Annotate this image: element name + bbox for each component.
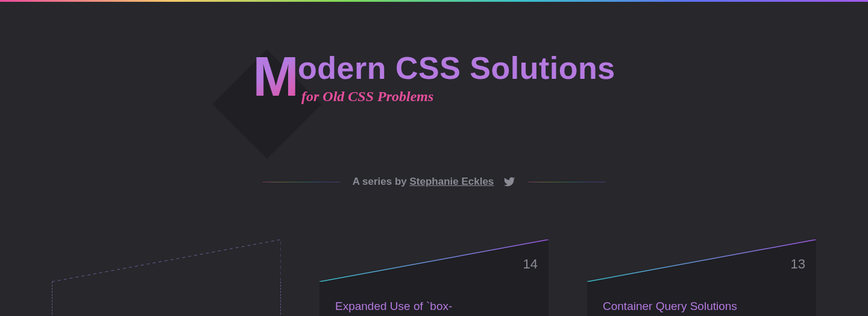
card-number: 13: [791, 256, 805, 272]
page-subtitle: for Old CSS Problems: [301, 88, 615, 105]
byline-row: A series by Stephanie Eckles: [262, 176, 606, 188]
card-top: [319, 240, 549, 282]
card-body: Expanded Use of `box-: [319, 282, 549, 316]
title-wrap: M odern CSS Solutions for Old CSS Proble…: [253, 49, 615, 105]
card-top: [52, 240, 281, 282]
author-link[interactable]: Stephanie Eckles: [409, 176, 494, 187]
twitter-icon[interactable]: [503, 176, 515, 188]
cards-row: 14 Expanded Use of `box- 13 Container Qu…: [0, 240, 868, 316]
card-placeholder[interactable]: [52, 240, 281, 316]
card-title: Container Query Solutions: [603, 300, 800, 313]
title-text-group: odern CSS Solutions for Old CSS Problems: [298, 49, 615, 105]
card-top: [587, 240, 816, 282]
card-number: 14: [523, 256, 538, 272]
card[interactable]: 13 Container Query Solutions: [587, 240, 816, 316]
byline-prefix: A series by: [353, 176, 410, 187]
card-body: Container Query Solutions: [587, 282, 816, 316]
title-initial: M: [253, 49, 298, 104]
page-title: odern CSS Solutions: [298, 52, 615, 84]
rule-left: [262, 182, 341, 182]
card-body: [52, 282, 281, 316]
rule-right: [527, 182, 606, 182]
card[interactable]: 14 Expanded Use of `box-: [319, 240, 549, 316]
card-title: Expanded Use of `box-: [335, 300, 533, 313]
byline: A series by Stephanie Eckles: [353, 176, 494, 188]
hero: M odern CSS Solutions for Old CSS Proble…: [0, 2, 868, 188]
